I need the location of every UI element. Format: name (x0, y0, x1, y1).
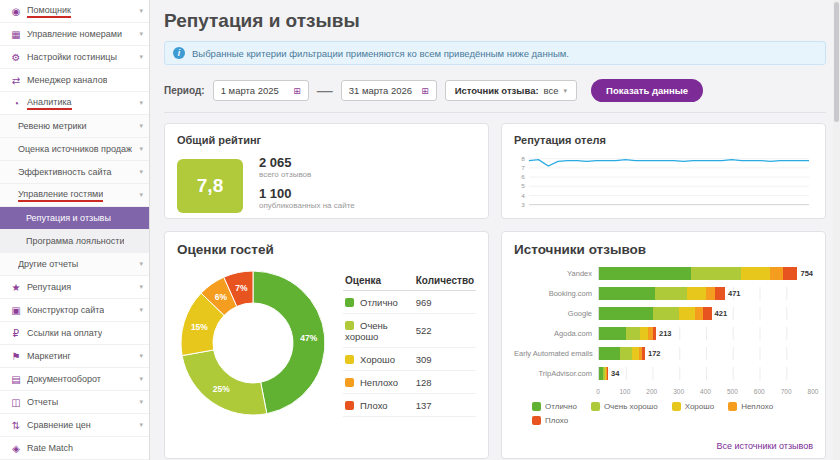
guest-ratings-card: Оценки гостей 47%25%15%6%7% Оценка Колич… (164, 231, 489, 459)
source-select-value: все (544, 85, 559, 96)
bar-category-label: TripAdvisor.com (514, 369, 598, 378)
rate-match-icon: ◈ (9, 443, 23, 454)
bar-category-label: Google (514, 309, 598, 318)
sidebar-item-hotel-settings[interactable]: ⚙Настройки гостиницы▾ (0, 46, 149, 69)
sidebar-item-site-effectiveness[interactable]: Эффективность сайта▾ (0, 161, 149, 184)
all-sources-link[interactable]: Все источники отзывов (716, 441, 813, 451)
legend-item: Неплохо (728, 402, 773, 411)
sidebar-item-label: Конструктор сайта (27, 305, 104, 315)
chevron-down-icon: ▾ (135, 375, 143, 383)
sidebar-item-channel-manager[interactable]: ⇄Менеджер каналов (0, 69, 149, 92)
scrollbar[interactable] (833, 0, 840, 460)
room-management-icon: ▦ (9, 29, 23, 40)
review-source-select[interactable]: Источник отзыва: все ▾ (445, 80, 577, 101)
bar-row: Early Automated emails 172 (514, 347, 813, 360)
rating-color-swatch (345, 401, 354, 410)
legend-label: Очень хорошо (604, 402, 658, 411)
filter-info-banner: i Выбранные критерии фильтрации применяю… (164, 41, 826, 65)
sidebar-item-label: Менеджер каналов (27, 75, 107, 85)
chevron-down-icon: ▾ (135, 53, 143, 61)
bar-track: 421 (598, 307, 813, 320)
chevron-down-icon: ▾ (135, 168, 143, 176)
chevron-down-icon: ▾ (135, 306, 143, 314)
total-reviews-count: 2 065 (259, 155, 355, 170)
sidebar-item-label: Ревеню метрики (18, 121, 87, 131)
sidebar-item-revenue-metrics[interactable]: Ревеню метрики▾ (0, 115, 149, 138)
bar-segment (695, 307, 703, 320)
bar-total-label: 213 (659, 329, 672, 338)
sidebar-item-reputation[interactable]: ★Репутация▾ (0, 276, 149, 299)
rating-label: Плохо (360, 400, 388, 411)
table-header-rating: Оценка (343, 271, 414, 291)
sidebar-item-marketing[interactable]: ⚑Маркетинг▾ (0, 345, 149, 368)
hotel-reputation-card: Репутация отеля 876543 (501, 123, 826, 219)
channel-manager-icon: ⇄ (9, 75, 23, 86)
bar-segment (691, 267, 741, 280)
rating-score-badge: 7,8 (177, 159, 243, 213)
sidebar-item-label: Аналитика (27, 97, 72, 110)
sidebar-item-room-management[interactable]: ▦Управление номерами▾ (0, 23, 149, 46)
chevron-down-icon: ▾ (135, 122, 143, 130)
svg-text:8: 8 (521, 155, 525, 162)
sidebar-item-assistant[interactable]: ◉Помощник▾ (0, 0, 149, 23)
svg-text:6: 6 (521, 173, 525, 180)
sidebar-item-analytics[interactable]: ◔Аналитика▾ (0, 92, 149, 115)
legend-item: Плохо (532, 416, 568, 425)
sidebar-item-site-builder[interactable]: ▣Конструктор сайта▾ (0, 299, 149, 322)
bar-segment (599, 287, 655, 300)
legend-color-swatch (532, 416, 541, 425)
bar-segment (703, 307, 711, 320)
sidebar-item-label: Отчеты (27, 397, 58, 407)
date-to-input[interactable]: 31 марта 2026 ⊞ (341, 80, 437, 101)
svg-text:15%: 15% (191, 322, 208, 332)
sidebar-item-label: Сравнение цен (27, 420, 91, 430)
legend-label: Неплохо (741, 402, 773, 411)
sidebar-item-other-reports[interactable]: Другие отчеты▾ (0, 253, 149, 276)
sidebar-item-reputation-reviews[interactable]: Репутация и отзывы (0, 207, 149, 230)
page-title: Репутация и отзывы (164, 10, 826, 32)
assistant-icon: ◉ (9, 6, 23, 17)
app-window: ◉Помощник▾▦Управление номерами▾⚙Настройк… (0, 0, 840, 460)
bar-segment (640, 327, 648, 340)
rating-count: 137 (414, 394, 476, 417)
sidebar-item-loyalty-program[interactable]: Программа лояльности (0, 230, 149, 253)
scrollbar-thumb[interactable] (834, 2, 839, 122)
bar-total-label: 754 (800, 269, 813, 278)
show-data-button[interactable]: Показать данные (591, 79, 703, 102)
bar-segment (783, 267, 797, 280)
date-from-input[interactable]: 1 марта 2025 ⊞ (213, 80, 309, 101)
marketing-icon: ⚑ (9, 351, 23, 362)
legend-item: Хорошо (672, 402, 714, 411)
bar-segment (607, 367, 608, 380)
card-title-review-sources: Источники отзывов (514, 242, 813, 257)
review-sources-card: Источники отзывов Yandex 754 Booking.com… (501, 231, 826, 459)
x-axis-ticks: 0100200300400500600700800 (598, 387, 813, 398)
bar-segment (653, 307, 680, 320)
svg-text:6%: 6% (215, 292, 228, 302)
rating-table-row: Очень хорошо 522 (343, 314, 476, 348)
sidebar-item-payment-links[interactable]: ₽Ссылки на оплату (0, 322, 149, 345)
sidebar-item-label: Другие отчеты (18, 259, 78, 269)
bar-category-label: Agoda.com (514, 329, 598, 338)
sidebar-item-label: Ссылки на оплату (27, 328, 102, 338)
reports-icon: ◫ (9, 397, 23, 408)
calendar-icon[interactable]: ⊞ (293, 86, 301, 96)
chevron-down-icon: ▾ (135, 398, 143, 406)
bar-segment (655, 287, 687, 300)
card-title-overall-rating: Общий рейтинг (177, 134, 476, 146)
sidebar-item-reports[interactable]: ◫Отчеты▾ (0, 391, 149, 414)
calendar-icon[interactable]: ⊞ (421, 86, 429, 96)
bar-row: Google 421 (514, 307, 813, 320)
hotel-settings-icon: ⚙ (9, 52, 23, 63)
analytics-icon: ◔ (9, 98, 23, 109)
sidebar-item-rate-match[interactable]: ◈Rate Match (0, 437, 149, 460)
svg-text:7%: 7% (235, 283, 248, 293)
sidebar-item-price-comparison[interactable]: ⇅Сравнение цен▾ (0, 414, 149, 437)
sidebar-item-guest-management[interactable]: Управление гостями▾ (0, 184, 149, 207)
chevron-down-icon: ▾ (564, 87, 568, 95)
main-content: Репутация и отзывы i Выбранные критерии … (150, 0, 840, 460)
sidebar-item-document-flow[interactable]: ▤Документооборот▾ (0, 368, 149, 391)
bar-row: Agoda.com 213 (514, 327, 813, 340)
sidebar-item-sales-sources[interactable]: Оценка источников продаж▾ (0, 138, 149, 161)
sidebar-item-label: Rate Match (27, 443, 73, 453)
